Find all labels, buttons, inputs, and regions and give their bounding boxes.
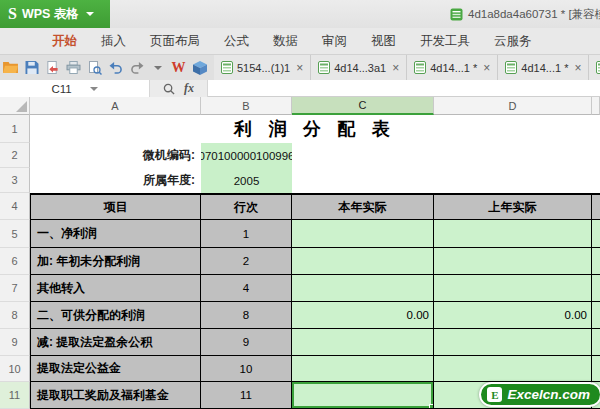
name-box[interactable]: C11 bbox=[0, 80, 150, 97]
insert-function-icon[interactable]: fx bbox=[184, 81, 194, 96]
cell-b10[interactable]: 10 bbox=[201, 356, 292, 382]
print-button[interactable] bbox=[63, 57, 84, 79]
cell-code-label[interactable]: 微机编码: bbox=[30, 143, 201, 168]
toolbar-more-dropdown-icon[interactable] bbox=[147, 57, 168, 79]
cell-a5[interactable]: 一、净利润 bbox=[30, 220, 201, 248]
cell-e6[interactable] bbox=[592, 248, 600, 275]
document-tab-2[interactable]: 4d14...3a1 × bbox=[311, 55, 407, 81]
cell-code-value[interactable]: 070100000100996 bbox=[201, 143, 292, 168]
fill-handle[interactable] bbox=[429, 404, 434, 409]
cell-d6[interactable] bbox=[434, 248, 592, 275]
cell-a11[interactable]: 提取职工奖励及福利基金 bbox=[30, 382, 201, 409]
header-cell-item[interactable]: 项目 bbox=[30, 193, 201, 220]
cell-title[interactable]: 利 润 分 配 表 bbox=[30, 115, 600, 143]
menu-tab-view[interactable]: 视图 bbox=[371, 33, 396, 50]
cell-e7[interactable] bbox=[592, 275, 600, 302]
cell-b6[interactable]: 2 bbox=[201, 248, 292, 275]
print-preview-button[interactable] bbox=[84, 57, 105, 79]
export-button[interactable] bbox=[42, 57, 63, 79]
tab-close-icon[interactable]: × bbox=[296, 61, 303, 75]
column-header-d[interactable]: D bbox=[434, 97, 592, 115]
tab-close-icon[interactable]: × bbox=[574, 61, 581, 75]
row-header-2[interactable]: 2 bbox=[0, 143, 30, 168]
cell-c6[interactable] bbox=[292, 248, 434, 275]
row-header-4[interactable]: 4 bbox=[0, 193, 30, 220]
header-cell-line[interactable]: 行次 bbox=[201, 193, 292, 220]
row-header-3[interactable]: 3 bbox=[0, 168, 30, 193]
cell-d5[interactable] bbox=[434, 220, 592, 248]
column-header-b[interactable]: B bbox=[201, 97, 292, 115]
document-tab-3[interactable]: 4d14...1 * × bbox=[407, 55, 498, 81]
cell-e3[interactable] bbox=[592, 168, 600, 193]
select-all-corner[interactable] bbox=[0, 97, 30, 115]
document-tab-5-partial[interactable] bbox=[589, 55, 600, 81]
menu-tab-formulas[interactable]: 公式 bbox=[224, 33, 249, 50]
menu-tab-home[interactable]: 开始 bbox=[52, 33, 77, 50]
cell-a10[interactable]: 提取法定公益金 bbox=[30, 356, 201, 382]
cell-b8[interactable]: 8 bbox=[201, 302, 292, 329]
menu-tab-review[interactable]: 审阅 bbox=[322, 33, 347, 50]
cell-c8[interactable]: 0.00 bbox=[292, 302, 434, 329]
menu-tab-data[interactable]: 数据 bbox=[273, 33, 298, 50]
chevron-down-icon[interactable] bbox=[90, 87, 98, 91]
cell-b11[interactable]: 11 bbox=[201, 382, 292, 409]
header-cell-e-sliver[interactable] bbox=[592, 193, 600, 220]
cell-b9[interactable]: 9 bbox=[201, 329, 292, 356]
row-header-10[interactable]: 10 bbox=[0, 356, 30, 382]
redo-button[interactable] bbox=[126, 57, 147, 79]
document-tab-1[interactable]: 5154...(1)1 × bbox=[214, 55, 311, 81]
cell-e8[interactable] bbox=[592, 302, 600, 329]
wps-writer-icon[interactable]: W bbox=[168, 57, 189, 79]
cell-a8[interactable]: 二、可供分配的利润 bbox=[30, 302, 201, 329]
cell-a7[interactable]: 其他转入 bbox=[30, 275, 201, 302]
cell-c9[interactable] bbox=[292, 329, 434, 356]
cell-d3[interactable] bbox=[434, 168, 592, 193]
wps-app-button[interactable]: S WPS 表格 bbox=[0, 0, 110, 28]
cell-a6[interactable]: 加: 年初未分配利润 bbox=[30, 248, 201, 275]
menu-tab-cloud[interactable]: 云服务 bbox=[494, 33, 532, 50]
undo-button[interactable] bbox=[105, 57, 126, 79]
menu-tab-page-layout[interactable]: 页面布局 bbox=[150, 33, 200, 50]
cell-c5[interactable] bbox=[292, 220, 434, 248]
row-header-1[interactable]: 1 bbox=[0, 115, 30, 143]
row-header-11[interactable]: 11 bbox=[0, 382, 30, 409]
row-header-5[interactable]: 5 bbox=[0, 220, 30, 248]
cell-d10[interactable] bbox=[434, 356, 592, 382]
row-header-8[interactable]: 8 bbox=[0, 302, 30, 329]
cell-c7[interactable] bbox=[292, 275, 434, 302]
column-header-c[interactable]: C bbox=[292, 97, 434, 115]
cell-b5[interactable]: 1 bbox=[201, 220, 292, 248]
header-cell-previous[interactable]: 上年实际 bbox=[434, 193, 592, 220]
formula-input[interactable] bbox=[208, 80, 600, 96]
cell-year-value[interactable]: 2005 bbox=[201, 168, 292, 193]
row-header-6[interactable]: 6 bbox=[0, 248, 30, 275]
cell-e5[interactable] bbox=[592, 220, 600, 248]
header-cell-current[interactable]: 本年实际 bbox=[292, 193, 434, 220]
selected-cell-c11[interactable] bbox=[292, 382, 434, 409]
cell-year-label[interactable]: 所属年度: bbox=[30, 168, 201, 193]
cell-b7[interactable]: 4 bbox=[201, 275, 292, 302]
cell-d9[interactable] bbox=[434, 329, 592, 356]
open-button[interactable] bbox=[0, 57, 21, 79]
cell-d2[interactable] bbox=[434, 143, 592, 168]
cell-c3[interactable] bbox=[292, 168, 434, 193]
cube-icon[interactable] bbox=[189, 57, 210, 79]
menu-tab-insert[interactable]: 插入 bbox=[101, 33, 126, 50]
search-icon[interactable] bbox=[163, 83, 175, 95]
document-tab-4[interactable]: 4d14...1 * × bbox=[498, 55, 589, 81]
cell-c10[interactable] bbox=[292, 356, 434, 382]
column-header-a[interactable]: A bbox=[30, 97, 201, 115]
tab-close-icon[interactable]: × bbox=[483, 61, 490, 75]
column-header-e-sliver[interactable] bbox=[592, 97, 600, 115]
cell-d8[interactable]: 0.00 bbox=[434, 302, 592, 329]
save-button[interactable] bbox=[21, 57, 42, 79]
menu-tab-dev-tools[interactable]: 开发工具 bbox=[420, 33, 470, 50]
row-header-9[interactable]: 9 bbox=[0, 329, 30, 356]
cell-c2[interactable] bbox=[292, 143, 434, 168]
cell-d7[interactable] bbox=[434, 275, 592, 302]
cell-e2[interactable] bbox=[592, 143, 600, 168]
cell-e10[interactable] bbox=[592, 356, 600, 382]
cell-e9[interactable] bbox=[592, 329, 600, 356]
row-header-7[interactable]: 7 bbox=[0, 275, 30, 302]
cell-a9[interactable]: 减: 提取法定盈余公积 bbox=[30, 329, 201, 356]
